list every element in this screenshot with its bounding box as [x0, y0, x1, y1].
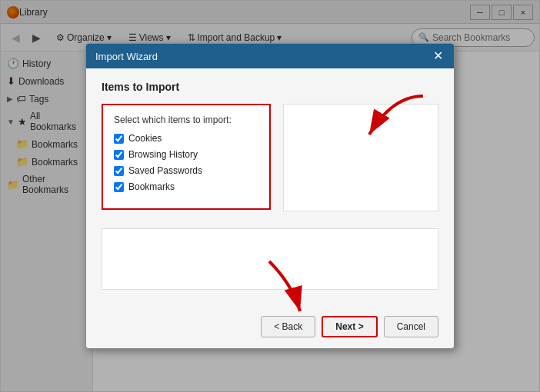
dialog-heading: Items to Import: [102, 81, 438, 93]
saved-passwords-label: Saved Passwords: [128, 165, 202, 176]
dialog-body: Items to Import Select which items to im…: [86, 68, 454, 310]
saved-passwords-checkbox[interactable]: [114, 166, 124, 176]
saved-passwords-item: Saved Passwords: [114, 165, 258, 176]
dialog-buttons: < Back Next > Cancel: [86, 310, 454, 348]
browsing-history-label: Browsing History: [128, 149, 198, 160]
dialog-title: Import Wizard: [95, 51, 158, 62]
cookies-label: Cookies: [128, 133, 162, 144]
cookies-checkbox[interactable]: [114, 134, 124, 144]
bookmarks-label: Bookmarks: [128, 181, 175, 192]
browsing-history-checkbox[interactable]: [114, 150, 124, 160]
next-button[interactable]: Next >: [322, 316, 377, 337]
cancel-button[interactable]: Cancel: [384, 316, 438, 337]
import-wizard-dialog: Import Wizard ✕ Items to Import Select w…: [85, 43, 455, 349]
bookmarks-item: Bookmarks: [114, 181, 258, 192]
library-window: Library ─ □ × ◀ ▶ ⚙ Organize ▾ ☰ Views ▾…: [0, 0, 540, 392]
bookmarks-checkbox[interactable]: [114, 182, 124, 192]
browsing-history-item: Browsing History: [114, 149, 258, 160]
dialog-titlebar: Import Wizard ✕: [86, 44, 454, 68]
dialog-close-button[interactable]: ✕: [432, 50, 445, 62]
modal-overlay: Import Wizard ✕ Items to Import Select w…: [1, 1, 539, 391]
cookies-item: Cookies: [114, 133, 258, 144]
detail-preview-area: [102, 228, 438, 290]
import-box-label: Select which items to import:: [114, 115, 258, 125]
back-button[interactable]: < Back: [261, 316, 315, 337]
import-options-box: Select which items to import: Cookies Br…: [102, 104, 271, 210]
preview-area: [283, 104, 438, 211]
